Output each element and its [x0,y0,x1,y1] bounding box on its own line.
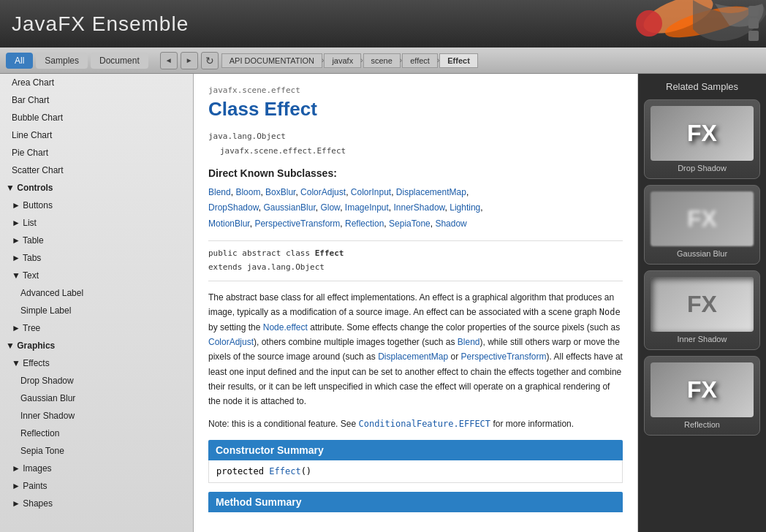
window-btn-2[interactable] [748,18,759,28]
sidebar-item-tabs[interactable]: ► Tabs [0,249,193,267]
tab-all[interactable]: All [6,53,33,69]
blend-link[interactable]: Blend [458,337,480,347]
constructor-link[interactable]: Effect [269,466,300,476]
sidebar-item-line-chart[interactable]: Line Chart [0,126,193,144]
subclass-displacementmap[interactable]: DisplacementMap [396,187,466,197]
node-effect-link[interactable]: Node.effect [263,322,308,332]
constructor-modifier: protected [216,466,264,476]
class-description: The abstract base class for all effect i… [208,290,623,409]
displacementmap-link[interactable]: DisplacementMap [378,352,448,362]
package-name: javafx.scene.effect [208,86,623,95]
sidebar-item-list[interactable]: ► List [0,214,193,232]
subclasses-title: Direct Known Subclasses: [208,167,623,179]
breadcrumb-javafx[interactable]: javafx [324,53,361,68]
nav-back-button[interactable]: ◄ [160,52,178,69]
subclass-colorinput[interactable]: ColorInput [351,187,391,197]
coloradjust-link[interactable]: ColorAdjust [208,337,254,347]
sidebar-item-reflection[interactable]: Reflection [0,425,193,442]
node-code: Node [599,307,621,317]
window-btn-1[interactable] [748,6,759,16]
subclass-lighting[interactable]: Lighting [450,202,480,213]
subclass-gaussianblur[interactable]: GaussianBlur [263,202,315,213]
sidebar-item-text[interactable]: ▼ Text [0,267,193,284]
nav-forward-button[interactable]: ► [181,52,198,69]
breadcrumb-effect[interactable]: effect [402,53,438,68]
sample-fx-gaussian-blur: FX [651,191,754,246]
sidebar-item-pie-chart[interactable]: Pie Chart [0,144,193,162]
sidebar-item-gaussian-blur[interactable]: Gaussian Blur [0,390,193,407]
class-title: Class Effect [208,98,623,121]
sidebar-item-tree[interactable]: ► Tree [0,319,193,337]
code-line1: public abstract class Effect [208,247,623,261]
subclass-dropshadow[interactable]: DropShadow [208,202,259,213]
sample-card-reflection[interactable]: FX Reflection [644,356,760,436]
main-layout: Area Chart Bar Chart Bubble Chart Line C… [0,74,766,532]
sidebar-item-area-chart[interactable]: Area Chart [0,74,193,91]
sidebar-item-paints[interactable]: ► Paints [0,477,193,495]
constructor-name: Effect [269,466,300,476]
breadcrumb-scene[interactable]: scene [363,53,401,68]
window-controls [748,6,759,41]
sample-text-drop-shadow: FX [687,120,717,147]
sidebar-item-bar-chart[interactable]: Bar Chart [0,91,193,109]
sample-card-drop-shadow[interactable]: FX Drop Shadow [644,99,760,179]
sidebar-item-table[interactable]: ► Table [0,232,193,249]
subclass-motionblur[interactable]: MotionBlur [208,218,250,229]
sample-fx-drop-shadow: FX [651,106,754,161]
sidebar-section-controls[interactable]: ▼ Controls [0,179,193,197]
sample-card-inner-shadow[interactable]: FX Inner Shadow [644,270,760,350]
subclass-glow[interactable]: Glow [320,202,340,213]
note-text: Note: this is a conditional feature. See… [208,417,623,431]
refresh-button[interactable]: ↻ [201,52,219,69]
sidebar-item-shapes[interactable]: ► Shapes [0,495,193,512]
code-line2: extends java.lang.Object [208,261,623,275]
subclass-boxblur[interactable]: BoxBlur [265,187,295,197]
subclass-bloom[interactable]: Bloom [235,187,260,197]
inheritance-tree: java.lang.Object javafx.scene.effect.Eff… [208,129,623,159]
sidebar-item-sepia-tone[interactable]: Sepia Tone [0,442,193,460]
sidebar-item-images[interactable]: ► Images [0,460,193,477]
subclass-coloradjust[interactable]: ColorAdjust [300,187,346,197]
subclass-imageinput[interactable]: ImageInput [345,202,389,213]
conditional-feature-link[interactable]: ConditionalFeature.EFFECT [358,419,490,429]
subclass-shadow[interactable]: Shadow [435,218,466,229]
breadcrumb-effect-class[interactable]: Effect [439,53,478,68]
app-subtitle-text: Ensemble [86,12,189,35]
sidebar-item-drop-shadow[interactable]: Drop Shadow [0,372,193,390]
sample-label-gaussian-blur: Gaussian Blur [651,249,754,258]
related-samples-title: Related Samples [644,81,760,92]
method-summary-header: Method Summary [208,492,623,512]
subclass-innershadow[interactable]: InnerShadow [394,202,445,213]
subclass-reflection[interactable]: Reflection [345,218,384,229]
sidebar-item-buttons[interactable]: ► Buttons [0,197,193,214]
app-name: JavaFX Ensemble [12,12,189,35]
constructor-params: () [301,466,311,476]
sample-label-drop-shadow: Drop Shadow [651,164,754,172]
content-area[interactable]: javafx.scene.effect Class Effect java.la… [194,74,638,532]
tab-document[interactable]: Document [91,53,148,69]
sample-fx-inner-shadow: FX [651,277,754,332]
sidebar-item-scatter-chart[interactable]: Scatter Chart [0,162,193,179]
subclasses-list: Blend, Bloom, BoxBlur, ColorAdjust, Colo… [208,185,623,232]
sidebar-item-effects[interactable]: ▼ Effects [0,354,193,372]
sample-label-inner-shadow: Inner Shadow [651,335,754,343]
sidebar-item-inner-shadow[interactable]: Inner Shadow [0,407,193,425]
titlebar: JavaFX Ensemble [0,0,766,48]
window-btn-3[interactable] [748,31,759,41]
sidebar-item-advanced-label[interactable]: Advanced Label [0,284,193,302]
sidebar-section-graphics[interactable]: ▼ Graphics [0,337,193,354]
sidebar: Area Chart Bar Chart Bubble Chart Line C… [0,74,194,532]
subclass-sepiatone[interactable]: SepiaTone [389,218,431,229]
subclass-perspectivetransform[interactable]: PerspectiveTransform [254,218,340,229]
sidebar-item-simple-label[interactable]: Simple Label [0,302,193,319]
related-samples-panel: Related Samples FX Drop Shadow FX Gaussi… [638,74,766,532]
perspectivetransform-link[interactable]: PerspectiveTransform [461,352,547,362]
subclass-blend[interactable]: Blend [208,187,231,197]
breadcrumb-api[interactable]: API DOCUMENTATION [221,53,322,68]
sample-card-gaussian-blur[interactable]: FX Gaussian Blur [644,185,760,265]
class-declaration: public abstract class Effect extends jav… [208,240,623,281]
breadcrumb: API DOCUMENTATION › javafx › scene › eff… [221,53,477,68]
sample-fx-reflection: FX [651,362,754,417]
sidebar-item-bubble-chart[interactable]: Bubble Chart [0,109,193,126]
tab-samples[interactable]: Samples [36,53,88,69]
